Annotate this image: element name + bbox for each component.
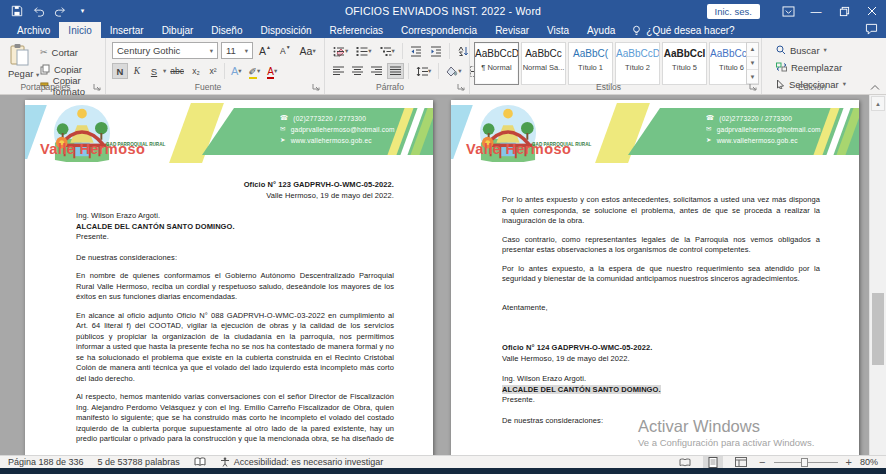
numbering-button[interactable]: ▾ <box>353 43 374 59</box>
increase-indent-icon <box>430 46 442 57</box>
header-green-band: ☎(02)2773220 / 2773300 ✉gadprvallehermos… <box>628 108 859 155</box>
ribbon-display-options-icon[interactable] <box>774 0 802 22</box>
underline-button[interactable]: S <box>146 63 162 79</box>
activate-windows-watermark: Activar Windows <box>638 417 760 436</box>
page1-body: Oficio N° 123 GADPRVH-O-WMC-05-2022. Val… <box>76 180 394 445</box>
replace-icon <box>776 62 787 72</box>
word-count[interactable]: 5 de 53788 palabras <box>98 457 180 467</box>
styles-scroll-up[interactable]: ▲ <box>747 43 758 57</box>
recipient-title: ALCALDE DEL CANTÓN SANTO DOMINGO. <box>76 222 394 233</box>
read-mode-button[interactable] <box>675 456 695 469</box>
taskbar-edge <box>0 468 886 474</box>
recipient-name: Ing. Wilson Erazo Argoti. <box>76 211 394 222</box>
style-normal-sa[interactable]: AaBbCcNormal Sa... <box>521 42 566 85</box>
vertical-scrollbar[interactable]: ▲ <box>869 95 886 455</box>
style-normal[interactable]: AaBbCcD¶ Normal <box>474 42 519 85</box>
print-layout-button[interactable] <box>703 456 723 469</box>
bullets-button[interactable]: ▾ <box>330 43 351 59</box>
shading-button[interactable]: ▾ <box>443 63 464 79</box>
tab-revisar[interactable]: Revisar <box>486 22 538 38</box>
tab-inicio[interactable]: Inicio <box>59 22 100 38</box>
zoom-slider-thumb[interactable] <box>801 458 808 467</box>
paragraph: En alcance al oficio adjunto Oficio N° 0… <box>76 311 394 385</box>
styles-group-label: Estilos <box>470 82 747 92</box>
style-titulo-2[interactable]: AaBbCcDTítulo 2 <box>615 42 660 85</box>
tell-me-box[interactable]: ¿Qué desea hacer? <box>624 22 742 38</box>
font-dialog-launcher[interactable] <box>312 83 321 92</box>
scrollbar-thumb[interactable] <box>872 293 884 365</box>
sign-in-button[interactable]: Inic. ses. <box>707 4 761 19</box>
comment-icon[interactable] <box>865 23 878 35</box>
scroll-up-arrow[interactable]: ▲ <box>871 96 885 111</box>
highlighter-icon: ✐ <box>249 66 257 77</box>
font-name-combo[interactable]: Century Gothic▾ <box>112 42 218 59</box>
styles-scroll-down[interactable]: ▼ <box>747 57 758 71</box>
highlight-button[interactable]: ✐▾ <box>246 63 264 79</box>
change-case-button[interactable]: Aa▾ <box>297 43 319 59</box>
replace-button[interactable]: Reemplazar <box>774 59 848 75</box>
tab-vista[interactable]: Vista <box>538 22 578 38</box>
multilevel-list-button[interactable]: ▾ <box>377 43 398 59</box>
font-color-button[interactable]: A▾ <box>264 63 280 79</box>
paste-label: Pegar <box>8 68 33 79</box>
page-indicator[interactable]: Página 188 de 336 <box>8 457 84 467</box>
brand-subtitle: GAD PARROQUIAL RURAL <box>532 142 591 147</box>
clipboard-dialog-launcher[interactable] <box>93 83 102 92</box>
subscript-button[interactable]: x₂ <box>188 63 204 79</box>
style-titulo-1[interactable]: AaBbC(Título 1 <box>568 42 613 85</box>
tab-referencias[interactable]: Referencias <box>321 22 392 38</box>
document-page-2[interactable]: Valle Hermoso GAD PARROQUIAL RURAL ☎(02)… <box>451 100 859 455</box>
chevron-down-icon: ▾ <box>245 47 248 55</box>
shrink-font-button[interactable]: A▼ <box>277 43 294 59</box>
zoom-level[interactable]: 80% <box>860 457 878 467</box>
phone-icon: ☎ <box>280 114 288 122</box>
accessibility-status[interactable]: Accesibilidad: es necesario investigar <box>220 457 384 467</box>
align-center-button[interactable] <box>349 63 366 79</box>
line-spacing-icon <box>416 66 428 77</box>
line-spacing-button[interactable]: ▾ <box>413 63 434 79</box>
cut-button[interactable]: ✂Cortar <box>38 44 105 60</box>
proofing-icon[interactable] <box>194 457 206 467</box>
tab-insertar[interactable]: Insertar <box>101 22 153 38</box>
styles-more-button[interactable]: ▼ <box>747 70 758 84</box>
decrease-indent-button[interactable] <box>407 43 425 59</box>
collapse-ribbon-icon[interactable] <box>870 84 880 91</box>
header-website: www.vallehermoso.gob.ec <box>717 137 798 144</box>
styles-dialog-launcher[interactable] <box>749 83 758 92</box>
tab-archivo[interactable]: Archivo <box>8 22 59 38</box>
underline-dropdown-caret[interactable]: ▾ <box>163 67 166 75</box>
tab-ayuda[interactable]: Ayuda <box>578 22 624 38</box>
document-canvas[interactable]: Valle Hermoso GAD PARROQUIAL RURAL ☎(02)… <box>0 95 886 455</box>
align-left-button[interactable] <box>330 63 347 79</box>
font-size-combo[interactable]: 11▾ <box>221 42 253 59</box>
strikethrough-button[interactable]: abc <box>167 63 187 79</box>
page-header-graphic: Valle Hermoso GAD PARROQUIAL RURAL ☎(02)… <box>451 103 859 165</box>
find-button[interactable]: Buscar▾ <box>774 42 848 58</box>
decrease-indent-icon <box>410 46 422 57</box>
text-effects-button[interactable]: A▾ <box>228 63 245 79</box>
close-button[interactable] <box>858 0 886 22</box>
tab-correspondencia[interactable]: Correspondencia <box>392 22 486 38</box>
zoom-slider[interactable] <box>774 456 838 469</box>
grow-font-label: A <box>259 45 266 57</box>
paragraph-dialog-launcher[interactable] <box>457 83 466 92</box>
restore-button[interactable] <box>830 0 858 22</box>
bullets-icon <box>333 46 345 57</box>
paste-button[interactable]: Pegar ▾ <box>8 43 39 79</box>
tab-diseno[interactable]: Diseño <box>202 22 251 38</box>
grow-font-button[interactable]: A▲ <box>256 43 274 59</box>
style-titulo-5[interactable]: AaBbCcITítulo 5 <box>662 42 707 85</box>
tab-disposicion[interactable]: Disposición <box>251 22 320 38</box>
minimize-button[interactable]: — <box>802 0 830 22</box>
italic-button[interactable]: K <box>129 63 145 79</box>
align-right-button[interactable] <box>368 63 385 79</box>
document-page-1[interactable]: Valle Hermoso GAD PARROQUIAL RURAL ☎(02)… <box>25 100 433 455</box>
increase-indent-button[interactable] <box>427 43 445 59</box>
tab-dibujar[interactable]: Dibujar <box>153 22 203 38</box>
zoom-in-button[interactable]: + <box>846 456 852 468</box>
justify-button[interactable] <box>387 63 404 79</box>
bold-button[interactable]: N <box>112 63 128 79</box>
web-layout-button[interactable] <box>731 456 751 469</box>
zoom-out-button[interactable]: − <box>759 456 765 468</box>
superscript-button[interactable]: x² <box>205 63 221 79</box>
